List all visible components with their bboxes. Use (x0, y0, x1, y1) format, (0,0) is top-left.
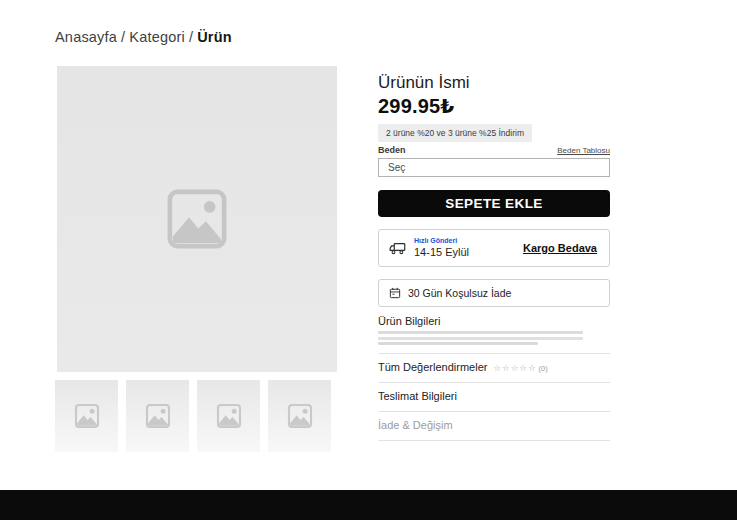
divider (378, 440, 610, 441)
image-placeholder-icon (72, 401, 102, 431)
shipping-info-box: Hızlı Gönderi 14-15 Eylül Kargo Bedava (378, 229, 610, 267)
add-to-cart-button[interactable]: SEPETE EKLE (378, 190, 610, 217)
section-reviews-label: Tüm Değerlendirmeler (378, 361, 487, 373)
size-row: Beden Beden Tablosu (378, 145, 610, 155)
rating-count: (0) (539, 364, 548, 373)
divider (378, 353, 610, 354)
breadcrumb-home[interactable]: Anasayfa (55, 29, 117, 45)
image-placeholder-icon (160, 182, 234, 256)
bottom-bar (0, 490, 737, 520)
section-delivery[interactable]: Teslimat Bilgileri (378, 390, 457, 402)
breadcrumb-category[interactable]: Kategori (129, 29, 185, 45)
size-label: Beden (378, 145, 406, 155)
shipping-text: Hızlı Gönderi 14-15 Eylül (414, 237, 469, 260)
section-returns-exchange[interactable]: İade & Değişim (378, 419, 453, 431)
size-select[interactable]: Seç (378, 158, 610, 177)
divider (378, 382, 610, 383)
breadcrumb-separator: / (189, 29, 193, 45)
product-main-image[interactable] (57, 66, 337, 372)
breadcrumb: Anasayfa/Kategori/Ürün (55, 29, 232, 45)
section-product-info[interactable]: Ürün Bilgileri (378, 315, 440, 327)
truck-icon (389, 242, 407, 255)
divider (378, 411, 610, 412)
returns-box: 30 Gün Koşulsuz İade (378, 279, 610, 307)
breadcrumb-product: Ürün (197, 29, 232, 45)
rating-stars-icon: ☆☆☆☆☆ (493, 363, 536, 373)
product-thumbnail[interactable] (126, 380, 189, 452)
skeleton-line (378, 342, 538, 345)
discount-badge: 2 ürüne %20 ve 3 ürüne %25 İndirim (378, 124, 532, 142)
product-thumbnail[interactable] (55, 380, 118, 452)
returns-label: 30 Gün Koşulsuz İade (408, 287, 511, 299)
image-placeholder-icon (214, 401, 244, 431)
calendar-icon (389, 287, 401, 299)
image-placeholder-icon (143, 401, 173, 431)
product-price: 299.95₺ (378, 94, 610, 118)
section-reviews[interactable]: Tüm Değerlendirmeler☆☆☆☆☆(0) (378, 361, 548, 373)
product-thumbnail[interactable] (197, 380, 260, 452)
shipping-date: 14-15 Eylül (414, 246, 469, 260)
product-page: Anasayfa/Kategori/Ürün Ürünün İsmi (0, 0, 737, 520)
skeleton-line (378, 331, 583, 334)
product-title: Ürünün İsmi (378, 73, 610, 93)
fast-shipping-label: Hızlı Gönderi (414, 237, 469, 246)
product-thumbnail[interactable] (268, 380, 331, 452)
free-shipping-link[interactable]: Kargo Bedava (523, 242, 597, 254)
breadcrumb-separator: / (121, 29, 125, 45)
skeleton-line (378, 337, 583, 340)
size-table-link[interactable]: Beden Tablosu (557, 146, 610, 155)
image-placeholder-icon (285, 401, 315, 431)
